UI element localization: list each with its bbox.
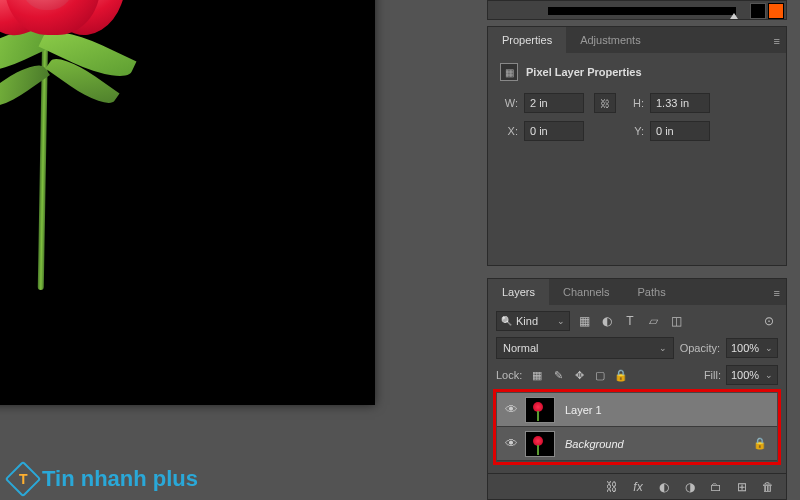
right-panels: Properties Adjustments ≡ ▦ Pixel Layer P…: [467, 0, 800, 500]
layer-style-icon[interactable]: fx: [630, 480, 646, 494]
tab-adjustments[interactable]: Adjustments: [566, 27, 655, 53]
height-label: H:: [626, 97, 644, 109]
fill-label: Fill:: [704, 369, 721, 381]
layer-row[interactable]: 👁 Background 🔒: [497, 427, 777, 461]
tab-properties[interactable]: Properties: [488, 27, 566, 53]
fill-input[interactable]: 100%⌄: [726, 365, 778, 385]
width-input[interactable]: [524, 93, 584, 113]
rose-image: [0, 0, 200, 300]
group-icon[interactable]: 🗀: [708, 480, 724, 494]
lock-transparency-icon[interactable]: ▦: [529, 367, 545, 383]
properties-panel-menu-icon[interactable]: ≡: [774, 35, 780, 47]
color-panel-strip[interactable]: [487, 0, 787, 20]
foreground-swatch[interactable]: [768, 3, 784, 19]
y-label: Y:: [626, 125, 644, 137]
layer-row[interactable]: 👁 Layer 1: [497, 393, 777, 427]
filter-toggle-icon[interactable]: ⊙: [760, 312, 778, 330]
blend-mode-select[interactable]: Normal⌄: [496, 337, 674, 359]
layers-panel: Layers Channels Paths ≡ Kind⌄ ▦ ◐ T ▱ ◫ …: [487, 278, 787, 474]
x-input[interactable]: [524, 121, 584, 141]
filter-shape-icon[interactable]: ▱: [644, 312, 662, 330]
watermark-logo: T: [5, 461, 42, 498]
lock-artboard-icon[interactable]: ▢: [592, 367, 608, 383]
tab-paths[interactable]: Paths: [624, 279, 680, 305]
layer-name[interactable]: Layer 1: [565, 404, 777, 416]
properties-panel: Properties Adjustments ≡ ▦ Pixel Layer P…: [487, 26, 787, 266]
canvas-area[interactable]: T Tin nhanh plus: [0, 0, 438, 500]
visibility-toggle-icon[interactable]: 👁: [497, 436, 525, 451]
x-label: X:: [500, 125, 518, 137]
layer-filter-kind-select[interactable]: Kind⌄: [496, 311, 570, 331]
layers-footer: ⛓ fx ◐ ◑ 🗀 ⊞ 🗑: [487, 474, 787, 500]
visibility-toggle-icon[interactable]: 👁: [497, 402, 525, 417]
document-canvas[interactable]: [0, 0, 375, 405]
lock-icon: 🔒: [753, 437, 767, 450]
filter-type-icon[interactable]: T: [621, 312, 639, 330]
lock-label: Lock:: [496, 369, 522, 381]
adjustment-layer-icon[interactable]: ◑: [682, 480, 698, 494]
filter-adjustment-icon[interactable]: ◐: [598, 312, 616, 330]
layer-mask-icon[interactable]: ◐: [656, 480, 672, 494]
filter-pixel-icon[interactable]: ▦: [575, 312, 593, 330]
lock-all-icon[interactable]: 🔒: [613, 367, 629, 383]
highlight-box: 👁 Layer 1 👁 Background 🔒: [493, 389, 781, 465]
pixel-layer-icon: ▦: [500, 63, 518, 81]
lock-position-icon[interactable]: ✥: [571, 367, 587, 383]
filter-smart-icon[interactable]: ◫: [667, 312, 685, 330]
link-dimensions-button[interactable]: ⛓: [594, 93, 616, 113]
layer-thumbnail[interactable]: [525, 431, 555, 457]
layers-panel-menu-icon[interactable]: ≡: [774, 287, 780, 299]
layer-name[interactable]: Background: [565, 438, 753, 450]
layer-thumbnail[interactable]: [525, 397, 555, 423]
height-input[interactable]: [650, 93, 710, 113]
delete-layer-icon[interactable]: 🗑: [760, 480, 776, 494]
watermark-text: Tin nhanh plus: [42, 466, 198, 492]
lock-pixels-icon[interactable]: ✎: [550, 367, 566, 383]
opacity-input[interactable]: 100%⌄: [726, 338, 778, 358]
width-label: W:: [500, 97, 518, 109]
tab-channels[interactable]: Channels: [549, 279, 623, 305]
link-layers-icon[interactable]: ⛓: [604, 480, 620, 494]
new-layer-icon[interactable]: ⊞: [734, 480, 750, 494]
watermark: T Tin nhanh plus: [10, 466, 198, 492]
properties-title: Pixel Layer Properties: [526, 66, 642, 78]
background-swatch[interactable]: [750, 3, 766, 19]
tab-layers[interactable]: Layers: [488, 279, 549, 305]
y-input[interactable]: [650, 121, 710, 141]
opacity-label: Opacity:: [680, 342, 720, 354]
